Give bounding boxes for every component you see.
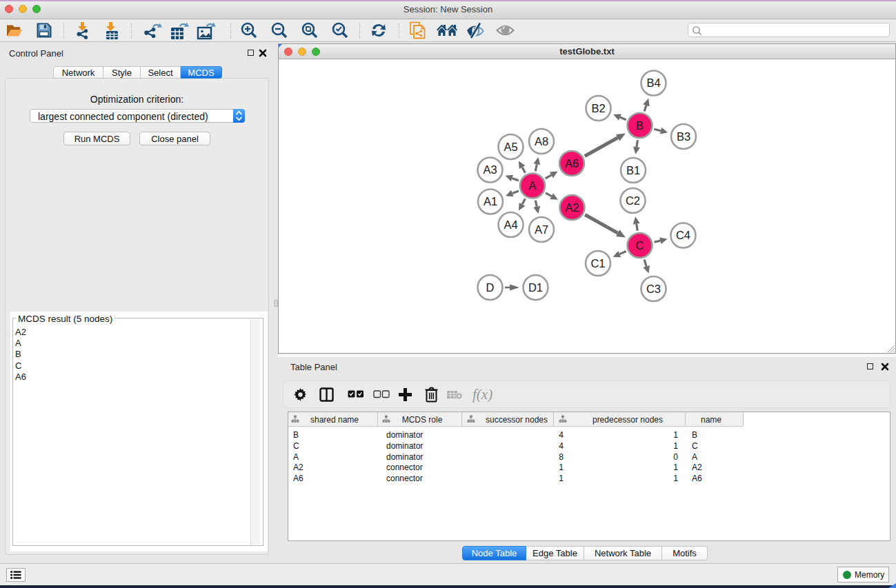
svg-text:B1: B1: [626, 164, 640, 176]
svg-text:C1: C1: [590, 257, 605, 270]
svg-text:D: D: [486, 281, 495, 294]
svg-text:successor nodes: successor nodes: [486, 415, 548, 425]
svg-text:C3: C3: [646, 283, 661, 295]
svg-text:A3: A3: [483, 163, 497, 176]
svg-text:A6: A6: [565, 157, 579, 170]
svg-text:A5: A5: [504, 141, 517, 153]
svg-text:shared name: shared name: [310, 415, 359, 425]
svg-text:B: B: [636, 119, 644, 132]
svg-text:A: A: [528, 179, 536, 192]
svg-text:B3: B3: [677, 130, 690, 143]
svg-text:C: C: [636, 239, 644, 252]
svg-text:A4: A4: [504, 219, 517, 231]
svg-text:MCDS role: MCDS role: [402, 415, 443, 425]
svg-text:B4: B4: [646, 77, 660, 89]
svg-text:A1: A1: [484, 195, 497, 207]
svg-text:predecessor nodes: predecessor nodes: [593, 415, 663, 425]
svg-text:B2: B2: [591, 102, 605, 114]
svg-text:A2: A2: [565, 201, 579, 214]
svg-text:name: name: [701, 415, 721, 425]
svg-text:D1: D1: [528, 281, 543, 294]
svg-text:A8: A8: [535, 135, 548, 148]
svg-text:C4: C4: [676, 229, 690, 241]
svg-text:C2: C2: [626, 194, 640, 207]
svg-text:A7: A7: [535, 223, 548, 236]
